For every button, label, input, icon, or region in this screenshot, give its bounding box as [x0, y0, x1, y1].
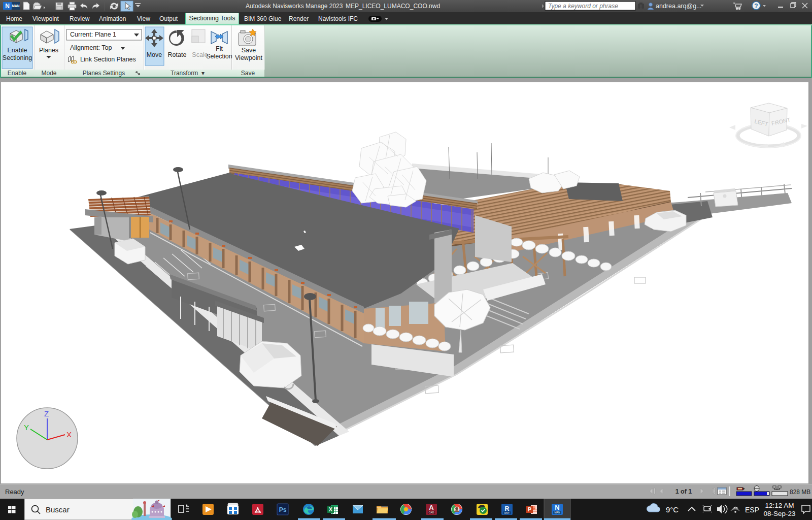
svg-text:MAN: MAN [554, 511, 560, 514]
svg-text:X: X [329, 506, 333, 512]
svg-text:X: X [66, 430, 72, 439]
svg-text:ESP: ESP [745, 506, 759, 514]
svg-text:Ps: Ps [279, 506, 287, 513]
svg-text:CAD: CAD [429, 511, 434, 514]
svg-text:P: P [528, 506, 531, 512]
svg-text:N: N [555, 504, 559, 511]
svg-text:1 of 1: 1 of 1 [675, 488, 692, 495]
svg-text:12:12 AM: 12:12 AM [765, 502, 794, 509]
svg-text:RVT: RVT [504, 511, 510, 514]
svg-text:08-Sep-23: 08-Sep-23 [763, 510, 795, 517]
svg-text:Z: Z [44, 409, 49, 418]
svg-text:Y: Y [24, 423, 29, 432]
svg-text:A: A [429, 504, 434, 511]
svg-text:9°C: 9°C [666, 505, 679, 514]
svg-text:Buscar: Buscar [46, 505, 70, 514]
